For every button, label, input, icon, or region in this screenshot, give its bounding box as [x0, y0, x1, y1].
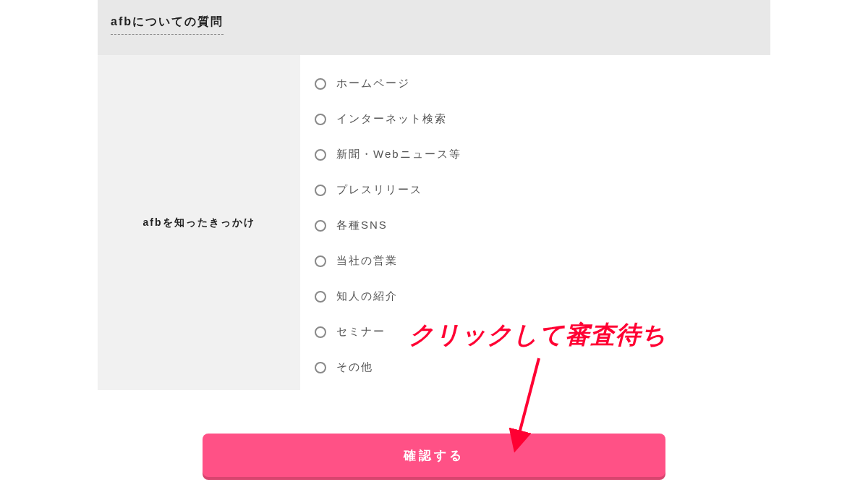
- radio-option-acquaintance[interactable]: 知人の紹介: [315, 289, 756, 303]
- radio-option-seminar[interactable]: セミナー: [315, 325, 756, 339]
- radio-icon: [315, 185, 326, 196]
- radio-label: 当社の営業: [336, 254, 398, 268]
- radio-icon: [315, 78, 326, 90]
- question-label-cell: afbを知ったきっかけ: [98, 55, 300, 390]
- radio-icon: [315, 291, 326, 303]
- radio-label: 新聞・Webニュース等: [336, 148, 461, 161]
- radio-label: プレスリリース: [336, 183, 422, 197]
- radio-label: ホームページ: [336, 77, 410, 90]
- radio-icon: [315, 326, 326, 338]
- form-row-reason: afbを知ったきっかけ ホームページ インターネット検索 新聞・Webニュース等…: [98, 55, 770, 390]
- radio-icon: [315, 149, 326, 161]
- radio-option-homepage[interactable]: ホームページ: [315, 77, 756, 90]
- radio-option-sales[interactable]: 当社の営業: [315, 254, 756, 268]
- radio-option-press[interactable]: プレスリリース: [315, 183, 756, 197]
- radio-icon: [315, 255, 326, 267]
- radio-label: 各種SNS: [336, 219, 388, 232]
- radio-option-other[interactable]: その他: [315, 360, 756, 374]
- radio-option-news[interactable]: 新聞・Webニュース等: [315, 148, 756, 161]
- radio-option-internet-search[interactable]: インターネット検索: [315, 112, 756, 126]
- radio-label: インターネット検索: [336, 112, 447, 126]
- radio-label: 知人の紹介: [336, 289, 398, 303]
- question-options-cell: ホームページ インターネット検索 新聞・Webニュース等 プレスリリース 各種S…: [300, 55, 770, 390]
- radio-icon: [315, 114, 326, 125]
- section-title: afbについての質問: [111, 14, 224, 35]
- question-label: afbを知ったきっかけ: [143, 216, 255, 229]
- radio-icon: [315, 220, 326, 232]
- radio-label: セミナー: [336, 325, 386, 339]
- button-area: 確認する: [98, 390, 770, 477]
- radio-icon: [315, 362, 326, 373]
- section-header: afbについての質問: [98, 0, 770, 55]
- confirm-button[interactable]: 確認する: [203, 434, 665, 477]
- radio-option-sns[interactable]: 各種SNS: [315, 219, 756, 232]
- radio-label: その他: [336, 360, 373, 374]
